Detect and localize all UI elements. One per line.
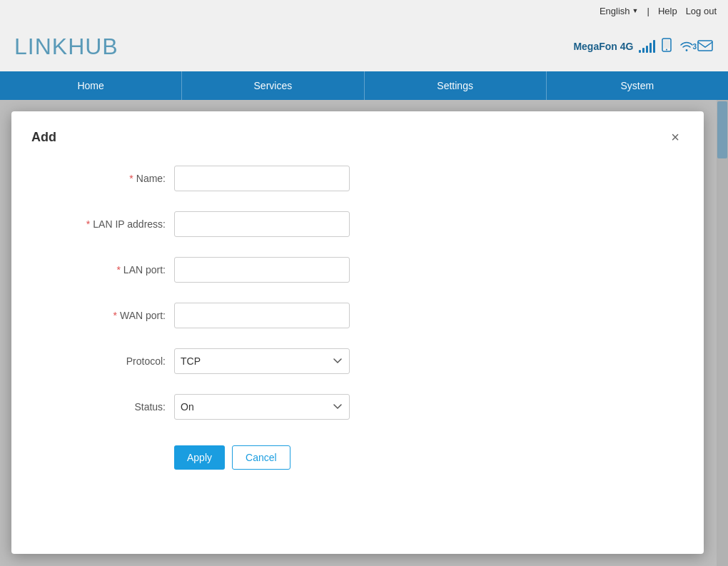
modal-close-button[interactable]: × [667,128,684,146]
svg-point-2 [666,49,667,50]
signal-strength-icon [639,40,655,53]
add-modal: Add × *Name: *LAN IP address: *LAN port: [11,111,704,554]
required-star: * [129,173,133,184]
signal-area: MegaFon 4G 3 [573,38,714,56]
protocol-row: Protocol: TCP UDP Both [31,348,684,374]
top-utility-bar: English ▼ | Help Log out [0,0,728,21]
nav-services[interactable]: Services [182,71,364,100]
brand-logo: LINKHUB [14,34,118,60]
logo-link-text: LINK [14,34,68,59]
modal-header: Add × [31,128,684,146]
lan-ip-row: *LAN IP address: [31,211,684,237]
lan-port-label: *LAN port: [31,264,174,276]
required-star-lanport: * [116,264,120,276]
nav-settings[interactable]: Settings [365,71,547,100]
phone-icon [659,38,674,56]
required-star-lan: * [86,218,90,230]
apply-button[interactable]: Apply [174,445,225,470]
wan-port-row: *WAN port: [31,303,684,328]
protocol-select[interactable]: TCP UDP Both [174,348,350,374]
lan-port-row: *LAN port: [31,257,684,283]
lan-ip-label: *LAN IP address: [31,218,174,230]
wifi-group: 3 [678,39,714,54]
status-label: Status: [31,401,174,413]
wan-port-input[interactable] [174,303,350,328]
svg-rect-1 [664,40,669,48]
nav-system[interactable]: System [547,71,728,100]
modal-overlay: Add × *Name: *LAN IP address: *LAN port: [0,100,728,566]
language-label: English [600,6,630,16]
help-link[interactable]: Help [658,6,677,16]
name-label: *Name: [31,173,174,184]
svg-rect-3 [698,41,712,51]
envelope-icon [697,39,714,54]
nav-home[interactable]: Home [0,71,182,100]
lan-port-input[interactable] [174,257,350,283]
logo-hub-text: HUB [68,34,118,59]
form-buttons: Apply Cancel [174,440,684,470]
signal-icons: 3 [639,38,714,56]
name-row: *Name: [31,166,684,191]
lan-ip-input[interactable] [174,211,350,237]
protocol-label: Protocol: [31,355,174,367]
divider: | [647,6,649,16]
required-star-wanport: * [113,310,117,321]
brand-bar: LINKHUB MegaFon 4G [0,21,728,71]
logout-link[interactable]: Log out [686,6,717,16]
device-name: MegaFon 4G [573,41,633,52]
main-nav: Home Services Settings System [0,71,728,100]
status-row: Status: On Off [31,394,684,420]
cancel-button[interactable]: Cancel [232,445,290,470]
wan-port-label: *WAN port: [31,310,174,321]
language-selector[interactable]: English ▼ [600,6,639,16]
language-arrow-icon: ▼ [632,7,639,14]
status-select[interactable]: On Off [174,394,350,420]
name-input[interactable] [174,166,350,191]
modal-title: Add [31,130,56,145]
